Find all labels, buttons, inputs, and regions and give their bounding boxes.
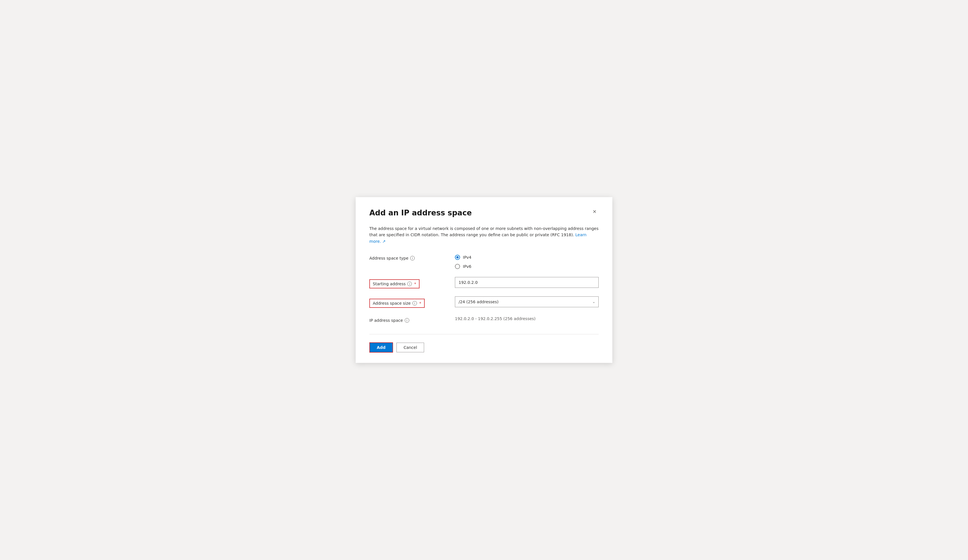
dialog-description: The address space for a virtual network … — [370, 225, 598, 245]
ipv6-radio-input[interactable] — [455, 264, 460, 269]
ipv6-radio-label: IPv6 — [463, 264, 471, 269]
address-space-size-control: /8 (16777216 addresses) /16 (65536 addre… — [455, 297, 598, 307]
external-link-icon: ↗ — [382, 239, 386, 244]
address-space-type-label: Address space type i — [370, 256, 444, 260]
ip-address-space-label: IP address space i — [370, 318, 444, 323]
ip-address-space-row: IP address space i 192.0.2.0 - 192.0.2.2… — [370, 316, 598, 323]
starting-address-info-icon[interactable]: i — [407, 282, 412, 286]
form-section: Address space type i IPv4 IPv6 — [370, 253, 598, 323]
address-space-size-info-icon[interactable]: i — [413, 301, 417, 305]
ipv4-radio-option[interactable]: IPv4 — [455, 255, 598, 260]
close-button[interactable]: × — [590, 207, 598, 216]
starting-address-input[interactable] — [455, 277, 598, 288]
ip-address-space-label-col: IP address space i — [370, 316, 444, 323]
address-space-type-radio-group: IPv4 IPv6 — [455, 253, 598, 269]
ipv4-radio-input[interactable] — [455, 255, 460, 260]
address-space-type-info-icon[interactable]: i — [410, 256, 415, 260]
address-space-size-required-star: * — [419, 301, 421, 305]
ipv6-radio-option[interactable]: IPv6 — [455, 264, 598, 269]
address-space-type-label-col: Address space type i — [370, 253, 444, 260]
starting-address-label-col: Starting address i * — [370, 277, 444, 288]
address-space-type-controls: IPv4 IPv6 — [455, 253, 598, 269]
footer-actions: Add Cancel — [370, 342, 598, 353]
dialog-title: Add an IP address space — [370, 209, 472, 217]
starting-address-control — [455, 277, 598, 288]
address-space-size-label: Address space size i * — [370, 299, 425, 308]
starting-address-label: Starting address i * — [370, 279, 419, 288]
add-ip-address-space-dialog: Add an IP address space × The address sp… — [356, 197, 612, 363]
ip-address-space-value: 192.0.2.0 - 192.0.2.255 (256 addresses) — [455, 314, 535, 321]
address-space-size-label-col: Address space size i * — [370, 297, 444, 308]
ip-address-space-value-col: 192.0.2.0 - 192.0.2.255 (256 addresses) — [455, 316, 598, 321]
cancel-button[interactable]: Cancel — [396, 343, 424, 352]
add-button[interactable]: Add — [370, 342, 393, 353]
address-space-type-row: Address space type i IPv4 IPv6 — [370, 253, 598, 269]
dialog-header: Add an IP address space × — [370, 209, 598, 217]
starting-address-row: Starting address i * — [370, 277, 598, 288]
ip-address-space-info-icon[interactable]: i — [405, 318, 409, 323]
ipv4-radio-label: IPv4 — [463, 255, 471, 260]
description-text: The address space for a virtual network … — [370, 226, 598, 237]
address-space-size-row: Address space size i * /8 (16777216 addr… — [370, 297, 598, 308]
address-space-size-select[interactable]: /8 (16777216 addresses) /16 (65536 addre… — [455, 297, 598, 307]
starting-address-required-star: * — [414, 282, 416, 286]
address-space-size-select-wrapper: /8 (16777216 addresses) /16 (65536 addre… — [455, 297, 598, 307]
